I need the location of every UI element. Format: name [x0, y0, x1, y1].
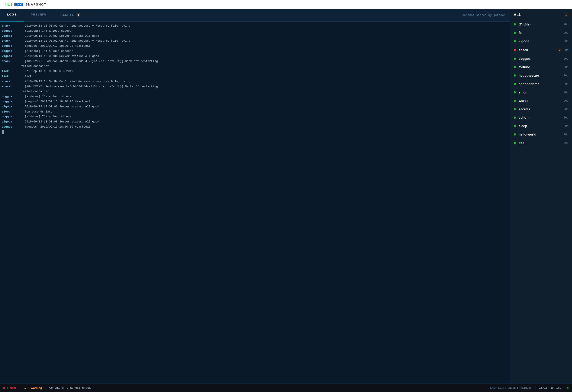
log-service-name: doggos — [2, 29, 19, 33]
log-message-text: [sidecar] I'm a loud sidecar! — [25, 114, 508, 119]
tab-alerts[interactable]: ALERTS 1 — [53, 9, 88, 21]
log-service-name: snack — [2, 39, 19, 43]
log-service-name: doggos — [2, 99, 19, 104]
log-message-text: [sidecar] I'm a loud sidecar! — [25, 29, 508, 33]
log-separator: │ — [21, 54, 23, 59]
sidebar-time: 20d — [564, 57, 569, 60]
sidebar-time: 20d — [564, 133, 569, 136]
log-service-name: doggos — [2, 94, 19, 99]
log-separator: │ — [21, 24, 23, 28]
log-separator: │ — [21, 114, 23, 119]
log-service-name: doggos — [2, 49, 19, 54]
last-edit-label: LAST EDIT: — [490, 386, 506, 390]
log-message-text: Ten seconds later — [25, 110, 508, 114]
log-message-text: 2019/09/13 18:00:08 Server status: All g… — [25, 120, 508, 124]
error-link[interactable]: error — [10, 386, 16, 390]
sidebar-service-name: vigoda — [519, 39, 564, 43]
status-dot — [514, 133, 516, 136]
sidebar-item[interactable]: snack120d — [510, 45, 572, 54]
status-dot — [514, 40, 516, 42]
sidebar-item[interactable]: vigoda20d — [510, 37, 572, 45]
sidebar-item[interactable]: sleep20d — [510, 122, 572, 130]
log-row: doggos│[sidecar] I'm a loud sidecar! — [0, 94, 510, 99]
sidebar-item[interactable]: doggos20d — [510, 54, 572, 63]
log-cursor — [2, 130, 4, 134]
warning-link[interactable]: warning — [31, 386, 42, 390]
log-service-name: sleep — [2, 110, 19, 114]
log-row: doggos│[sidecar] I'm a loud sidecar! — [0, 29, 510, 34]
status-dot — [514, 108, 516, 110]
log-message-text: [K8s EVENT: Pod dan-snack-6dbb68dd8d-w8j… — [25, 59, 508, 64]
status-dot — [514, 66, 516, 68]
log-separator: │ — [21, 120, 23, 124]
sidebar-service-name: (Tiltfile) — [519, 22, 564, 26]
sidebar-service-name: hello-world — [519, 132, 564, 136]
log-separator: │ — [21, 49, 23, 54]
sidebar-item[interactable]: fortune20d — [510, 63, 572, 71]
log-message-text: [doggos] 2019/09/13 18:00:03 Heartbeat — [25, 44, 508, 48]
log-message-text: [sidecar] I'm a loud sidecar! — [25, 94, 508, 99]
log-area[interactable]: snack│2019/09/13 18:00:02 Can't Find Nec… — [0, 22, 510, 384]
sidebar-time: 20d — [564, 31, 569, 34]
log-row: doggos│[doggos] 2019/09/13 18:00:09 Hear… — [0, 125, 510, 129]
log-service-name: snack — [2, 24, 19, 28]
log-separator: │ — [21, 39, 23, 43]
log-row: snack│2019/09/13 18:00:04 Can't Find Nec… — [0, 79, 510, 84]
tab-bar: LOGS PREVIEW ALERTS 1 Snapshot shared by… — [0, 9, 510, 22]
running-label-text: running — [549, 386, 562, 390]
sidebar-item[interactable]: secrets20d — [510, 105, 572, 113]
log-service-name: tick — [2, 74, 19, 79]
status-crash-message: Container crashed: snack — [49, 386, 490, 390]
sidebar-item[interactable]: words20d — [510, 96, 572, 105]
sidebar-item[interactable]: spoonerisms20d — [510, 80, 572, 88]
sidebar-service-name: snack — [519, 48, 557, 52]
log-row: vigoda│2019/09/13 18:00:04 Server status… — [0, 54, 510, 59]
log-row: doggos│[sidecar] I'm a loud sidecar! — [0, 49, 510, 54]
sidebar-service-name: emoji — [519, 90, 564, 94]
sidebar-item[interactable]: echo-hi20d — [510, 113, 572, 122]
sidebar-time: 20d — [564, 99, 569, 102]
sidebar-item[interactable]: hello-world20d — [510, 130, 572, 139]
sidebar-service-name: spoonerisms — [519, 82, 564, 86]
right-sidebar: ALL 1 (Tiltfile)20dfe20dvigoda20dsnack12… — [510, 9, 572, 384]
sidebar-time: 20d — [564, 74, 569, 77]
sidebar-time: 20d — [564, 23, 569, 26]
last-edit-file: main.go — [520, 386, 531, 390]
log-separator: │ — [21, 79, 23, 84]
error-count: 1 — [7, 386, 8, 390]
status-ok-icon: ⊕ — [567, 386, 569, 391]
error-icon: ✕ — [3, 386, 5, 390]
sidebar-item[interactable]: fe20d — [510, 29, 572, 37]
sidebar-time: 20d — [564, 91, 569, 94]
sidebar-service-name: echo-hi — [519, 116, 564, 119]
sidebar-time: 20d — [564, 124, 569, 127]
left-panel: LOGS PREVIEW ALERTS 1 Snapshot shared by… — [0, 9, 510, 384]
sidebar-time: 20d — [564, 65, 569, 69]
log-message-text: 2019/09/13 18:00:02 Can't Find Necessary… — [25, 24, 508, 28]
log-message-text: 2019/09/13 18:00:04 Can't Find Necessary… — [25, 79, 508, 84]
status-dot — [514, 83, 516, 85]
log-row: snack│2019/09/13 18:00:02 Can't Find Nec… — [0, 39, 510, 44]
sidebar-alert-badge: 1 — [557, 48, 562, 52]
log-separator: │ — [21, 74, 23, 79]
sidebar-item[interactable]: hypothesizer20d — [510, 71, 572, 80]
sidebar-time: 20d — [564, 82, 569, 85]
log-row: snack│[K8s EVENT: Pod dan-snack-6dbb68dd… — [0, 84, 510, 89]
main-container: LOGS PREVIEW ALERTS 1 Snapshot shared by… — [0, 9, 572, 384]
sidebar-service-name: sleep — [519, 124, 564, 128]
tab-logs[interactable]: LOGS — [0, 9, 24, 21]
log-separator: │ — [21, 34, 23, 39]
log-separator: │ — [21, 84, 23, 89]
status-dot — [514, 58, 516, 60]
log-row: vigoda│2019/09/13 18:00:08 Server status… — [0, 119, 510, 125]
log-message-text: Fri Sep 13 18:00:03 UTC 2019 — [25, 69, 508, 74]
log-separator: │ — [21, 99, 23, 104]
snapshot-info-text: Snapshot shared by jazzdan — [461, 14, 506, 17]
log-cursor-line — [0, 129, 510, 134]
last-edit-arrow: ▶ — [517, 386, 520, 390]
sidebar-item[interactable]: tick20d — [510, 139, 572, 147]
sidebar-item[interactable]: emoji20d — [510, 88, 572, 96]
sidebar-item[interactable]: (Tiltfile)20d — [510, 20, 572, 29]
log-service-name: vigoda — [2, 54, 19, 59]
tab-preview[interactable]: PREVIEW — [24, 9, 53, 21]
